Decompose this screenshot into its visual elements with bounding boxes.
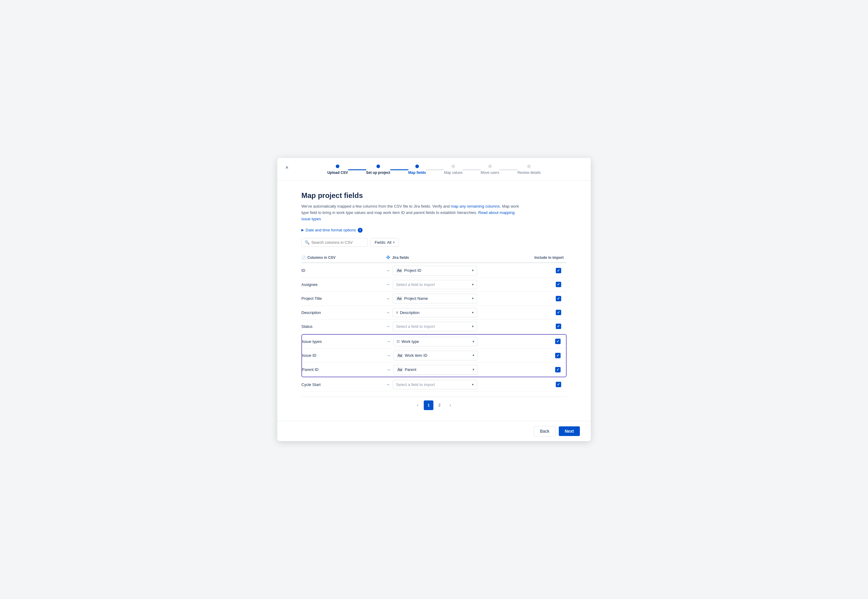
- csv-field-parent-id: Parent ID: [302, 367, 386, 372]
- back-button[interactable]: Back: [534, 426, 556, 436]
- include-checkbox-assignee[interactable]: [556, 282, 561, 287]
- field-select-issue-id[interactable]: Aα Work item ID ▾: [393, 351, 478, 360]
- step-line-2: [390, 169, 408, 170]
- step-setup-project: Set up project: [366, 164, 390, 175]
- table-header: 📄 Columns in CSV Jira fields Include in …: [301, 253, 567, 263]
- chevron-right-icon: ▶: [301, 228, 304, 232]
- csv-field-label: Issue types: [302, 339, 322, 344]
- csv-field-label: Description: [301, 310, 321, 315]
- include-col-project-title: [524, 296, 567, 301]
- arrow-icon: →: [386, 282, 390, 287]
- include-col-cycle-start: [524, 382, 567, 387]
- page-2-button[interactable]: 2: [435, 400, 444, 410]
- include-checkbox-issue-id[interactable]: [555, 353, 561, 358]
- jira-field-placeholder: Select a field to import: [396, 282, 435, 287]
- include-col-assignee: [524, 282, 567, 287]
- jira-col-description: → ≡ Description ▾: [386, 308, 524, 317]
- header-jira-col: Jira fields: [386, 255, 524, 260]
- text-field-icon: Aα: [396, 353, 403, 358]
- field-select-description[interactable]: ≡ Description ▾: [393, 308, 477, 317]
- worktype-icon: ⊡: [396, 339, 399, 343]
- step-map-values: Map values: [444, 164, 462, 175]
- table-row-issue-id: Issue ID → Aα Work item ID ▾: [302, 349, 566, 363]
- field-select-parent-id[interactable]: Aα Parent ▾: [393, 365, 478, 375]
- include-checkbox-issue-types[interactable]: [555, 339, 561, 344]
- search-input[interactable]: [311, 240, 365, 245]
- filter-label: Fields: All: [375, 240, 392, 245]
- arrow-icon: →: [386, 268, 390, 273]
- chevron-down-icon: ▾: [472, 283, 474, 286]
- table-row: Assignee → Select a field to import ▾: [301, 278, 567, 292]
- step-dot-move-users: [488, 164, 492, 168]
- text-field-icon: Aα: [396, 367, 403, 372]
- step-line-1: [348, 169, 366, 170]
- step-label-map-fields: Map fields: [408, 170, 426, 175]
- arrow-icon: →: [386, 367, 390, 372]
- jira-field-label: Description: [400, 310, 419, 315]
- include-col-description: [524, 310, 567, 315]
- jira-logo-icon: [386, 255, 390, 260]
- include-col-parent-id: [524, 367, 566, 372]
- table-row: Cycle Start → Select a field to import ▾: [301, 378, 567, 392]
- fields-filter-button[interactable]: Fields: All ▾: [371, 238, 399, 247]
- include-checkbox-status[interactable]: [556, 324, 561, 329]
- csv-field-status: Status: [301, 324, 386, 329]
- chevron-down-icon: ▾: [473, 340, 475, 343]
- page-content: Map project fields We've automatically m…: [277, 181, 591, 421]
- csv-field-label: Cycle Start: [301, 382, 321, 387]
- include-checkbox-cycle-start[interactable]: [556, 382, 561, 387]
- step-dot-review: [527, 164, 531, 168]
- table-row: Description → ≡ Description ▾: [301, 306, 567, 320]
- modal-footer: Back Next: [277, 421, 591, 441]
- step-label-setup: Set up project: [366, 170, 390, 175]
- next-page-button[interactable]: ›: [446, 400, 455, 410]
- csv-field-issue-id: Issue ID: [302, 353, 386, 358]
- close-button[interactable]: ×: [283, 163, 291, 172]
- arrow-icon: →: [386, 339, 390, 344]
- next-button[interactable]: Next: [559, 426, 580, 436]
- csv-field-label: Issue ID: [302, 353, 316, 358]
- include-checkbox-project-title[interactable]: [556, 296, 561, 301]
- field-select-project-title[interactable]: Aα Project Name ▾: [393, 294, 477, 303]
- step-dot-setup: [377, 164, 380, 168]
- map-remaining-link[interactable]: map any remaining columns.: [451, 204, 501, 209]
- chevron-down-icon: ▾: [472, 383, 474, 387]
- page-1-button[interactable]: 1: [424, 400, 433, 410]
- stepper: Upload CSV Set up project Map fields Map…: [277, 158, 591, 181]
- field-select-status[interactable]: Select a field to import ▾: [393, 322, 477, 331]
- step-label-review: Review details: [517, 170, 541, 175]
- step-line-4: [463, 169, 481, 170]
- field-select-id[interactable]: Aα Project ID ▾: [393, 266, 477, 275]
- field-select-issue-types[interactable]: ⊡ Work type ▾: [393, 337, 478, 346]
- field-select-assignee[interactable]: Select a field to import ▾: [393, 280, 477, 289]
- include-col-id: [524, 268, 567, 273]
- table-row-parent-id: Parent ID → Aα Parent ▾: [302, 363, 566, 377]
- step-dot-upload-csv: [336, 164, 339, 168]
- text-field-icon: Aα: [396, 268, 402, 273]
- step-label-upload-csv: Upload CSV: [327, 170, 348, 175]
- csv-field-label: Parent ID: [302, 367, 319, 372]
- table-row-issue-types: Issue types → ⊡ Work type ▾: [302, 335, 566, 349]
- csv-field-id: ID: [301, 268, 386, 273]
- step-label-map-values: Map values: [444, 170, 462, 175]
- step-move-users: Move users: [481, 164, 499, 175]
- table-body: ID → Aα Project ID ▾: [301, 263, 567, 392]
- page-title: Map project fields: [301, 191, 567, 200]
- step-map-fields: Map fields: [408, 164, 426, 175]
- include-checkbox-parent-id[interactable]: [555, 367, 561, 372]
- chevron-down-icon: ▾: [472, 268, 474, 272]
- arrow-icon: →: [386, 296, 390, 301]
- include-checkbox-id[interactable]: [556, 268, 561, 273]
- arrow-icon: →: [386, 310, 390, 315]
- prev-page-button[interactable]: ‹: [413, 400, 422, 410]
- arrow-icon: →: [386, 382, 390, 387]
- csv-field-project-title: Project Title: [301, 296, 386, 301]
- field-select-cycle-start[interactable]: Select a field to import ▾: [393, 380, 477, 389]
- jira-col-assignee: → Select a field to import ▾: [386, 280, 524, 289]
- modal-container: × Upload CSV Set up project Map fields M…: [277, 158, 591, 441]
- search-box[interactable]: 🔍: [301, 238, 368, 247]
- jira-col-id: → Aα Project ID ▾: [386, 266, 524, 275]
- date-format-toggle[interactable]: ▶ Date and time format options i: [301, 228, 567, 233]
- include-checkbox-description[interactable]: [556, 310, 561, 315]
- chevron-down-icon: ▾: [473, 354, 475, 357]
